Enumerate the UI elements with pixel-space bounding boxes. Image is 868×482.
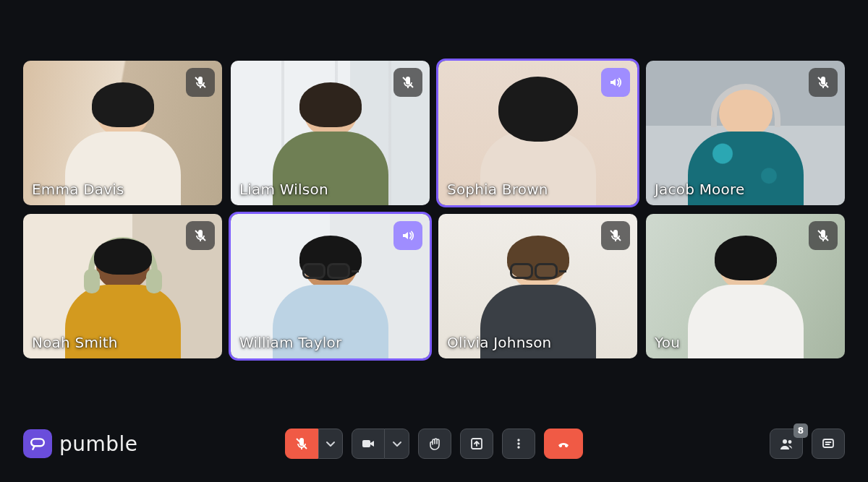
participant-tile[interactable]: Liam Wilson — [231, 61, 430, 205]
app-logo: pumble — [23, 429, 138, 458]
participant-name: Olivia Johnson — [447, 334, 551, 351]
app-name: pumble — [59, 432, 138, 456]
participant-tile[interactable]: Olivia Johnson — [438, 214, 637, 358]
mic-muted-icon — [809, 68, 838, 97]
participant-name: Noah Smith — [32, 334, 118, 351]
camera-control — [352, 429, 409, 459]
mic-muted-icon — [393, 68, 422, 97]
toggle-mic-button[interactable] — [285, 429, 318, 459]
participant-name: Sophia Brown — [447, 181, 548, 198]
toggle-camera-button[interactable] — [352, 429, 385, 459]
participant-name: Emma Davis — [32, 181, 124, 198]
chat-button[interactable] — [812, 429, 845, 459]
participant-name: You — [655, 334, 680, 351]
participants-grid: Emma Davis Liam Wilson Sophia Brown — [23, 61, 845, 358]
more-options-button[interactable] — [502, 429, 535, 459]
mic-options-button[interactable] — [318, 429, 343, 459]
participant-tile[interactable]: .p5 .headphones::before,.p5 .headphones:… — [23, 214, 222, 358]
mic-muted-icon — [186, 221, 215, 250]
speaking-icon — [393, 221, 422, 250]
speaking-icon — [601, 68, 630, 97]
participant-tile[interactable]: Sophia Brown — [438, 61, 637, 205]
camera-options-button[interactable] — [385, 429, 409, 459]
participant-tile[interactable]: Emma Davis — [23, 61, 222, 205]
participant-tile[interactable]: William Taylor — [231, 214, 430, 358]
logo-mark-icon — [23, 429, 52, 458]
mic-control — [285, 429, 343, 459]
right-controls: 8 — [770, 429, 845, 459]
participant-tile[interactable]: .p4 .headphones::before,.p4 .headphones:… — [646, 61, 845, 205]
participant-name: Jacob Moore — [655, 181, 744, 198]
share-screen-button[interactable] — [460, 429, 493, 459]
participants-button[interactable]: 8 — [770, 429, 803, 459]
leave-call-button[interactable] — [544, 429, 583, 459]
mic-muted-icon — [186, 68, 215, 97]
center-controls — [285, 429, 583, 459]
raise-hand-button[interactable] — [418, 429, 451, 459]
participant-tile-self[interactable]: You — [646, 214, 845, 358]
call-toolbar: pumble — [0, 426, 868, 462]
participant-name: William Taylor — [239, 334, 341, 351]
participant-count-badge: 8 — [793, 423, 808, 438]
mic-muted-icon — [809, 221, 838, 250]
participant-name: Liam Wilson — [239, 181, 328, 198]
mic-muted-icon — [601, 221, 630, 250]
